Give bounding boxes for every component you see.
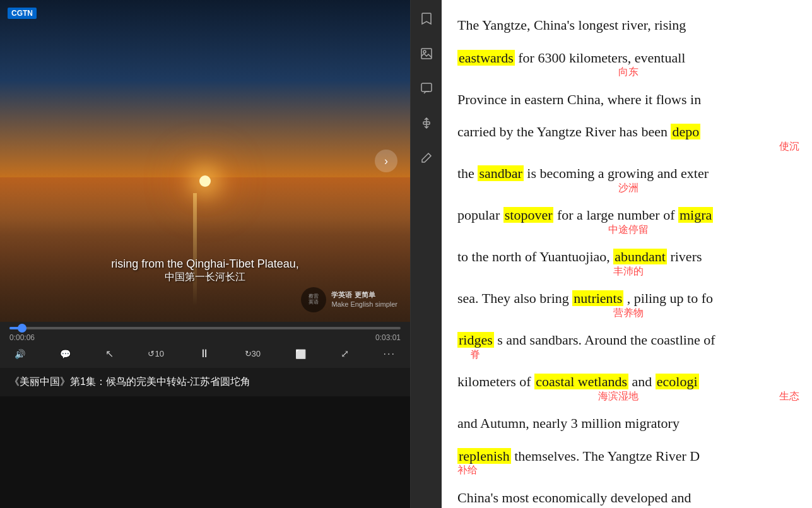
paragraph-11: and Autumn, nearly 3 million migratory xyxy=(457,411,799,436)
translation-ridges: 脊 xyxy=(470,348,799,362)
more-button[interactable]: ··· xyxy=(379,346,401,362)
text-segment: the xyxy=(457,165,478,181)
highlight-depo: depo xyxy=(671,124,700,139)
comment-icon[interactable] xyxy=(417,79,436,98)
text-content: The Yangtze, China's longest river, risi… xyxy=(457,13,799,508)
highlight-eastwards: eastwards xyxy=(457,50,515,66)
subtitle-chinese: 中国第一长河长江 xyxy=(0,271,410,284)
controls-area: 0:00:06 0:03:01 🔊 💬 ↖ ↺10 ⏸ ↻30 ⬜ ⤢ ··· xyxy=(0,322,410,368)
next-button[interactable]: › xyxy=(375,150,397,172)
play-pause-button[interactable]: ⏸ xyxy=(194,345,215,363)
paragraph-12: replenish themselves. The Yangtze River … xyxy=(457,444,799,478)
svg-rect-0 xyxy=(421,49,432,59)
paragraph-3: Province in eastern China, where it flow… xyxy=(457,87,799,112)
highlight-replenish: replenish xyxy=(457,448,511,464)
subtitle-english: rising from the Qinghai-Tibet Plateau, xyxy=(0,257,410,271)
highlight-abundant: abundant xyxy=(613,249,667,264)
fullscreen-button[interactable]: ⤢ xyxy=(336,345,354,362)
video-title: 《美丽中国》第1集：候鸟的完美中转站-江苏省圆坨角 xyxy=(9,375,401,389)
screen-button[interactable]: ⬜ xyxy=(290,346,311,362)
watermark-logo: 蔡雷英语 xyxy=(301,287,326,312)
text-segment: Province in eastern China, where it flow… xyxy=(457,92,701,107)
paragraph-5: the sandbar is becoming a growing and ex… xyxy=(457,161,799,195)
forward-button[interactable]: ↻30 xyxy=(240,346,266,361)
paragraph-1: The Yangtze, China's longest river, risi… xyxy=(457,13,799,38)
paragraph-8: sea. They also bring nutrients , piling … xyxy=(457,286,799,320)
sidebar xyxy=(410,0,442,508)
text-segment: China's most economically developed and xyxy=(457,490,691,505)
translation-sandbar: 沙洲 xyxy=(457,181,799,195)
text-segment: popular xyxy=(457,207,503,223)
highlight-stopover: stopover xyxy=(503,207,554,223)
paragraph-4: carried by the Yangtze River has been de… xyxy=(457,119,799,153)
time-display: 0:00:06 0:03:01 xyxy=(9,333,401,342)
text-segment: sea. They also bring xyxy=(457,290,572,306)
highlight-migra: migra xyxy=(678,207,713,223)
subtitle-area: rising from the Qinghai-Tibet Plateau, 中… xyxy=(0,257,410,284)
translation-abundant: 丰沛的 xyxy=(457,264,799,278)
svg-rect-2 xyxy=(421,83,432,92)
text-segment: for 6300 kilometers, eventuall xyxy=(518,50,685,66)
progress-bar[interactable] xyxy=(9,327,401,329)
translation-nutrients: 营养物 xyxy=(457,306,799,320)
text-segment: to the north of Yuantuojiao, xyxy=(457,249,613,264)
translation-depo: 使沉 xyxy=(457,139,799,153)
clip-icon[interactable] xyxy=(417,114,436,133)
text-segment: themselves. The Yangtze River D xyxy=(514,448,700,464)
text-segment: rivers xyxy=(670,249,702,264)
text-segment: kilometers of xyxy=(457,374,534,389)
svg-point-1 xyxy=(423,50,426,53)
text-segment: carried by the Yangtze River has been xyxy=(457,124,671,139)
text-segment: and xyxy=(632,374,656,389)
cursor-button[interactable]: ↖ xyxy=(100,345,119,362)
text-segment: , piling up to fo xyxy=(627,290,713,306)
highlight-ecologi: ecologi xyxy=(656,374,699,389)
paragraph-10: kilometers of coastal wetlands and ecolo… xyxy=(457,369,799,403)
translation-stopover: 中途停留 xyxy=(457,223,799,237)
watermark: 蔡雷英语 学英语 更简单 Make English simpler xyxy=(301,287,397,312)
paragraph-7: to the north of Yuantuojiao, abundant ri… xyxy=(457,244,799,278)
bookmark-icon[interactable] xyxy=(417,9,436,28)
text-segment: and Autumn, nearly 3 million migratory xyxy=(457,415,680,431)
text-segment: s and sandbars. Around the coastline of xyxy=(497,332,715,348)
total-time: 0:03:01 xyxy=(375,333,401,342)
rewind-button[interactable]: ↺10 xyxy=(143,346,168,361)
paragraph-2: eastwards for 6300 kilometers, eventuall… xyxy=(457,45,799,80)
right-panel[interactable]: The Yangtze, China's longest river, risi… xyxy=(442,0,812,508)
left-panel: CGTN › rising from the Qinghai-Tibet Pla… xyxy=(0,0,410,508)
volume-button[interactable]: 🔊 xyxy=(9,346,30,362)
paragraph-13: China's most economically developed and xyxy=(457,485,799,508)
progress-thumb xyxy=(18,324,26,333)
highlight-ridges: ridges xyxy=(457,332,494,348)
current-time: 0:00:06 xyxy=(9,333,35,342)
video-scene: CGTN › rising from the Qinghai-Tibet Pla… xyxy=(0,0,410,322)
watermark-text: 学英语 更简单 Make English simpler xyxy=(331,290,397,310)
video-player: CGTN › rising from the Qinghai-Tibet Pla… xyxy=(0,0,410,322)
playback-controls: 🔊 💬 ↖ ↺10 ⏸ ↻30 ⬜ ⤢ ··· xyxy=(9,345,401,363)
cgtn-logo: CGTN xyxy=(8,8,37,19)
text-segment: is becoming a growing and exter xyxy=(527,165,709,181)
paragraph-9: ridges s and sandbars. Around the coastl… xyxy=(457,328,799,362)
highlight-sandbar: sandbar xyxy=(478,165,523,181)
image-icon[interactable] xyxy=(417,44,436,63)
highlight-nutrients: nutrients xyxy=(572,290,623,306)
text-segment: for a large number of xyxy=(557,207,678,223)
translation-eastwards: 向东 xyxy=(457,65,799,79)
highlight-coastal-wetlands: coastal wetlands xyxy=(534,374,628,389)
subtitle-button[interactable]: 💬 xyxy=(55,346,76,362)
translation-coastal: 海滨湿地生态 xyxy=(457,389,799,403)
paragraph-6: popular stopover for a large number of m… xyxy=(457,203,799,237)
text-segment: The Yangtze, China's longest river, risi… xyxy=(457,17,686,33)
edit-icon[interactable] xyxy=(417,148,436,167)
title-area: 《美丽中国》第1集：候鸟的完美中转站-江苏省圆坨角 xyxy=(0,368,410,396)
translation-replenish: 补给 xyxy=(457,463,799,477)
